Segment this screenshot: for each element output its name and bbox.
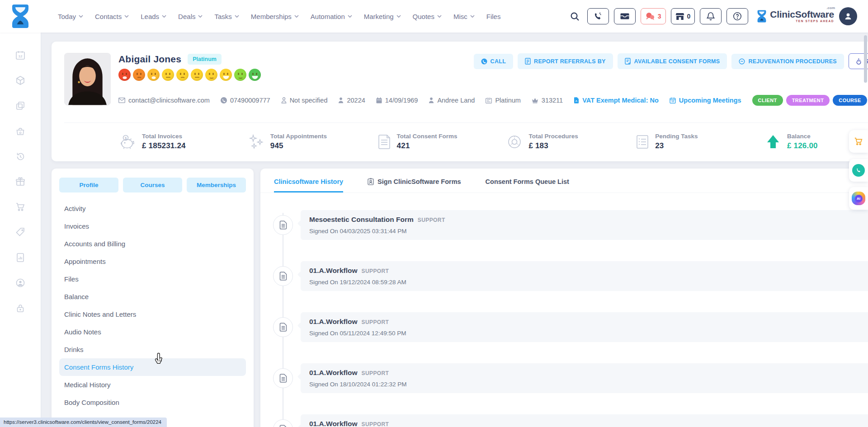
profile-menu-item[interactable]: Medical History [59, 376, 246, 394]
satisfaction-emoji[interactable] [147, 69, 160, 81]
person-icon [338, 97, 344, 103]
gift-icon[interactable] [15, 176, 26, 187]
client-fields: contact@clinicsoftware.com 07490009777 N… [118, 88, 868, 113]
profile-menu-item[interactable]: Consent Forms History [59, 358, 246, 376]
chat-button[interactable]: 3 [641, 8, 666, 24]
app-logo-icon[interactable] [11, 4, 30, 28]
satisfaction-emoji[interactable] [133, 69, 145, 81]
nav-item[interactable]: Today [58, 13, 83, 20]
nav-item[interactable]: Tasks [214, 13, 239, 20]
profile-menu-item[interactable]: Appointments [59, 253, 246, 270]
satisfaction-emoji[interactable] [249, 69, 261, 81]
cart-icon[interactable] [15, 202, 26, 212]
profile-menu-item[interactable]: Balance [59, 288, 246, 305]
owner-field: Andree Land [429, 97, 475, 104]
nav-item[interactable]: Quotes [413, 13, 442, 20]
profile-menu-item[interactable]: Body Composition [59, 394, 246, 411]
consent-form-entry[interactable]: 01.A.Workflow SUPPORT Signed On 15/10/20… [301, 414, 868, 427]
chevron-down-icon [235, 15, 239, 18]
cube-icon[interactable] [15, 75, 26, 86]
satisfaction-emoji[interactable] [191, 69, 203, 81]
user-avatar[interactable] [839, 7, 857, 25]
lock-icon[interactable] [15, 303, 26, 314]
notifications-button[interactable] [700, 8, 722, 24]
profile-menu-item[interactable]: Files [59, 270, 246, 288]
phone-field[interactable]: 07490009777 [221, 97, 270, 104]
nav-item[interactable]: Files [486, 13, 501, 20]
consent-form-entry[interactable]: 01.A.Workflow SUPPORT Signed On 19/12/20… [301, 261, 868, 291]
satisfaction-emoji[interactable] [118, 69, 131, 81]
left-icon-rail: 12 [0, 33, 41, 427]
profile-menu-item[interactable]: Activity [59, 200, 246, 217]
dob-field: 14/09/1969 [376, 97, 418, 104]
nav-item[interactable]: Marketing [364, 13, 401, 20]
floating-ai-button[interactable]: AI [849, 187, 868, 210]
available-consent-forms-button[interactable]: AVAILABLE CONSENT FORMS [618, 53, 727, 69]
id-badge-icon [368, 178, 374, 185]
profile-menu-item[interactable]: Drinks [59, 341, 246, 358]
help-button[interactable] [726, 8, 748, 24]
nav-item[interactable]: Deals [178, 13, 203, 20]
phone-icon [481, 58, 487, 65]
profile-menu-item[interactable]: Audio Notes [59, 323, 246, 341]
chevron-down-icon [437, 15, 442, 18]
page-scrollbar[interactable] [864, 35, 867, 83]
satisfaction-emoji[interactable] [205, 69, 217, 81]
nav-item[interactable]: Contacts [95, 13, 129, 20]
form-title: 01.A.Workflow [309, 318, 358, 326]
profile-menu-item[interactable]: Accounts and Billing [59, 235, 246, 253]
form-tag: SUPPORT [362, 268, 389, 274]
chat-bubbles-icon [645, 12, 655, 20]
vat-exempt-link[interactable]: VAT Exempt Medical: No [574, 97, 659, 104]
satisfaction-emoji[interactable] [234, 69, 246, 81]
nav-item[interactable]: Automation [311, 13, 352, 20]
phone-button[interactable] [587, 8, 609, 24]
panel-tab[interactable]: Memberships [187, 178, 246, 192]
floating-cart-button[interactable] [849, 130, 868, 153]
report-file-icon[interactable] [15, 252, 26, 263]
copy-icon[interactable] [15, 100, 26, 111]
consent-form-entry[interactable]: Mesoestetic Consultation Form SUPPORT Si… [301, 210, 868, 240]
tab-clinicsoftware-history[interactable]: Clinicsoftware History [274, 178, 343, 192]
status-url: https://server3.clinicsoftware.com/clien… [0, 418, 167, 427]
email-field[interactable]: contact@clinicsoftware.com [118, 97, 210, 104]
tab-sign-forms[interactable]: Sign ClinicSoftware Forms [368, 178, 461, 192]
panel-tab[interactable]: Profile [59, 178, 118, 192]
nav-item[interactable]: Misc [453, 13, 475, 20]
history-icon[interactable] [15, 151, 26, 162]
consent-form-entry[interactable]: 01.A.Workflow SUPPORT Signed On 18/10/20… [301, 363, 868, 393]
inbox-button[interactable] [614, 8, 636, 24]
client-stats: $ Total Invoices£ 185231.24 Total Appoin… [64, 122, 868, 151]
search-icon[interactable] [567, 9, 582, 24]
price-tag-icon[interactable] [15, 227, 26, 238]
satisfaction-emoji[interactable] [176, 69, 189, 81]
main-nav: Today Contacts Leads Deals Tasks [58, 13, 500, 20]
panel-tab[interactable]: Courses [123, 178, 182, 192]
consent-form-entry[interactable]: 01.A.Workflow SUPPORT Signed On 05/11/20… [301, 312, 868, 342]
report-referrals-button[interactable]: REPORT REFERRALS BY [518, 53, 613, 69]
tab-consent-queue[interactable]: Consent Forms Queue List [486, 178, 569, 192]
floating-whatsapp-button[interactable] [849, 159, 868, 182]
address-field: Not specified [281, 97, 328, 104]
nav-item[interactable]: Leads [141, 13, 166, 20]
arrow-up-icon [765, 134, 781, 150]
profile-panel: Profile Courses Memberships Activity Inv… [52, 169, 254, 427]
profile-menu-item[interactable]: Invoices [59, 217, 246, 235]
call-button[interactable]: CALL [474, 54, 514, 69]
person-outline-icon [281, 97, 287, 103]
profile-menu-item[interactable]: Clinic Notes and Letters [59, 305, 246, 323]
stat-total-consent-forms: Total Consent Forms421 [378, 133, 507, 150]
satisfaction-emoji[interactable] [220, 69, 232, 81]
satisfaction-emoji[interactable] [162, 69, 174, 81]
store-button[interactable]: 0 [671, 8, 695, 24]
timeline-item: Mesoestetic Consultation Form SUPPORT Si… [273, 210, 868, 240]
nav-item[interactable]: Memberships [251, 13, 299, 20]
timeline-item: 01.A.Workflow SUPPORT Signed On 05/11/20… [273, 312, 868, 342]
user-circle-icon[interactable] [15, 277, 26, 288]
upcoming-meetings-link[interactable]: 12 Upcoming Meetings [670, 97, 741, 104]
chat-badge: 3 [658, 13, 661, 20]
rejuvenation-procedures-button[interactable]: REJUVENATION PROCEDURES [731, 54, 844, 69]
calendar-icon[interactable]: 12 [15, 50, 26, 61]
basket-icon[interactable] [15, 126, 26, 136]
ai-icon: AI [852, 192, 865, 205]
